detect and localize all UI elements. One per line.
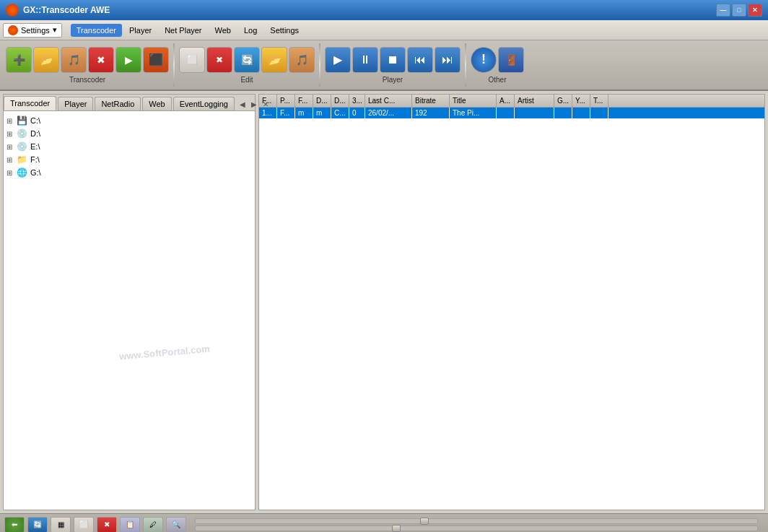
tree-item-g[interactable]: ⊞ 🌐 G:\ bbox=[6, 166, 252, 179]
tree-icon-e: 💿 bbox=[17, 141, 27, 152]
transcoder-buttons: ➕ 📂 🎵 ✖ ▶ ⬛ bbox=[6, 47, 169, 73]
col-header-t[interactable]: T... bbox=[590, 95, 608, 107]
col-header-p[interactable]: P... bbox=[277, 95, 295, 107]
edit-buttons: ⬜ ✖ 🔄 📂 🎵 bbox=[179, 47, 315, 73]
close-button[interactable]: ✕ bbox=[748, 4, 762, 17]
open-folder-button[interactable]: 📂 bbox=[33, 47, 59, 73]
menu-player[interactable]: Player bbox=[123, 24, 157, 37]
other-group: ! 🚪 Other bbox=[471, 47, 524, 84]
menu-transcoder[interactable]: Transcoder bbox=[71, 24, 122, 37]
player-next-button[interactable]: ⏭ bbox=[435, 47, 461, 73]
sep1 bbox=[173, 43, 175, 87]
tab-close-btn[interactable]: ✕ bbox=[261, 100, 271, 109]
tree-icon-d: 💿 bbox=[17, 128, 27, 139]
remove-button[interactable]: ✖ bbox=[88, 47, 114, 73]
btn-edit2[interactable]: 🖊 bbox=[143, 517, 163, 533]
tree-label-e: E:\ bbox=[30, 142, 40, 151]
music-edit-button[interactable]: 🎵 bbox=[289, 47, 315, 73]
app-logo bbox=[6, 4, 19, 17]
col-header-d1[interactable]: D... bbox=[313, 95, 331, 107]
edit-remove-button[interactable]: ✖ bbox=[206, 47, 232, 73]
player-label: Player bbox=[383, 76, 403, 84]
file-cell-13 bbox=[590, 108, 608, 118]
player-group: ▶ ⏸ ⏹ ⏮ ⏭ Player bbox=[325, 47, 461, 84]
tree-view: ⊞ 💾 C:\ ⊞ 💿 D:\ ⊞ 💿 E:\ ⊞ 📁 F:\ bbox=[4, 111, 255, 510]
settings-group: Settings ▾ bbox=[3, 23, 62, 38]
menu-log[interactable]: Log bbox=[238, 24, 263, 37]
player-play-button[interactable]: ▶ bbox=[325, 47, 351, 73]
col-header-title[interactable]: Title bbox=[450, 95, 497, 107]
slider-thumb-2[interactable] bbox=[392, 525, 401, 532]
col-header-y[interactable]: Y... bbox=[572, 95, 590, 107]
settings-logo bbox=[8, 25, 18, 35]
window-controls: — □ ✕ bbox=[716, 4, 762, 17]
settings-arrow: ▾ bbox=[53, 25, 57, 35]
play-file-button[interactable]: ▶ bbox=[115, 47, 141, 73]
transcoder-group: ➕ 📂 🎵 ✖ ▶ ⬛ Transcoder bbox=[6, 47, 169, 84]
tree-item-f[interactable]: ⊞ 📁 F:\ bbox=[6, 153, 252, 166]
file-row[interactable]: 1... F... m m C... 0 26/02/... 192 The P… bbox=[259, 108, 764, 119]
btn-back[interactable]: ⬅ bbox=[4, 517, 25, 533]
slider-track-1[interactable] bbox=[195, 518, 758, 524]
btn-grid[interactable]: ▦ bbox=[51, 517, 71, 533]
tree-item-e[interactable]: ⊞ 💿 E:\ bbox=[6, 140, 252, 153]
tree-item-c[interactable]: ⊞ 💾 C:\ bbox=[6, 114, 252, 127]
btn-refresh2[interactable]: 🔄 bbox=[27, 517, 48, 533]
btn-copy[interactable]: 📋 bbox=[120, 517, 140, 533]
transcode-button[interactable]: ⬛ bbox=[143, 47, 169, 73]
file-cell-11 bbox=[554, 108, 572, 118]
tab-netradio[interactable]: NetRadio bbox=[95, 97, 141, 110]
tree-item-d[interactable]: ⊞ 💿 D:\ bbox=[6, 127, 252, 140]
add-music-button[interactable]: 🎵 bbox=[61, 47, 87, 73]
col-header-lastc[interactable]: Last C... bbox=[365, 95, 412, 107]
slider-thumb-1[interactable] bbox=[420, 518, 429, 525]
menu-settings[interactable]: Settings bbox=[264, 24, 305, 37]
col-header-bitrate[interactable]: Bitrate bbox=[412, 95, 450, 107]
tree-icon-c: 💾 bbox=[17, 115, 27, 126]
tree-label-d: D:\ bbox=[30, 129, 40, 138]
col-header-3[interactable]: 3... bbox=[349, 95, 365, 107]
add-file-button[interactable]: ➕ bbox=[6, 47, 32, 73]
tab-next-btn[interactable]: ▶ bbox=[249, 100, 259, 109]
other-buttons: ! 🚪 bbox=[471, 47, 524, 73]
tab-web[interactable]: Web bbox=[142, 97, 171, 110]
tree-label-g: G:\ bbox=[30, 168, 41, 177]
player-prev-button[interactable]: ⏮ bbox=[407, 47, 433, 73]
file-cell-3: m bbox=[313, 108, 331, 118]
select-button[interactable]: ⬜ bbox=[179, 47, 205, 73]
col-header-a[interactable]: A... bbox=[497, 95, 515, 107]
toolbar: ➕ 📂 🎵 ✖ ▶ ⬛ Transcoder ⬜ bbox=[0, 40, 768, 91]
tab-eventlogging[interactable]: EventLogging bbox=[173, 97, 235, 110]
bottom-toolbar: ⬅ 🔄 ▦ ⬜ ✖ 📋 🖊 🔍 bbox=[0, 513, 768, 532]
maximize-button[interactable]: □ bbox=[732, 4, 746, 17]
menu-netplayer[interactable]: Net Player bbox=[159, 24, 207, 37]
menu-web[interactable]: Web bbox=[209, 24, 237, 37]
settings-dropdown[interactable]: Settings ▾ bbox=[3, 23, 62, 38]
tab-player[interactable]: Player bbox=[58, 97, 93, 110]
col-header-f2[interactable]: F... bbox=[295, 95, 313, 107]
btn-select2[interactable]: ⬜ bbox=[74, 517, 94, 533]
refresh-button[interactable]: 🔄 bbox=[234, 47, 260, 73]
col-header-g[interactable]: G... bbox=[554, 95, 572, 107]
btn-search[interactable]: 🔍 bbox=[166, 517, 186, 533]
slider-track-2[interactable] bbox=[195, 526, 758, 531]
file-cell-9 bbox=[497, 108, 515, 118]
btn-del[interactable]: ✖ bbox=[97, 517, 117, 533]
player-stop-button[interactable]: ⏹ bbox=[380, 47, 406, 73]
player-pause-button[interactable]: ⏸ bbox=[352, 47, 378, 73]
info-button[interactable]: ! bbox=[471, 47, 497, 73]
file-cell-5: 0 bbox=[349, 108, 365, 118]
file-list-header: F... P... F... D... D... 3... Last C... … bbox=[259, 95, 764, 108]
main-container: Transcoder Player NetRadio Web EventLogg… bbox=[0, 91, 768, 513]
menu-bar: Settings ▾ Transcoder Player Net Player … bbox=[0, 20, 768, 40]
tree-label-c: C:\ bbox=[30, 116, 40, 125]
col-header-artist[interactable]: Artist bbox=[515, 95, 554, 107]
tab-transcoder[interactable]: Transcoder bbox=[4, 96, 56, 110]
exit-button[interactable]: 🚪 bbox=[498, 47, 524, 73]
folder-button[interactable]: 📂 bbox=[261, 47, 287, 73]
minimize-button[interactable]: — bbox=[716, 4, 730, 17]
tab-prev-btn[interactable]: ◀ bbox=[237, 100, 248, 109]
tree-expand-d: ⊞ bbox=[6, 130, 14, 138]
col-header-d2[interactable]: D... bbox=[331, 95, 349, 107]
tree-icon-g: 🌐 bbox=[17, 167, 27, 178]
